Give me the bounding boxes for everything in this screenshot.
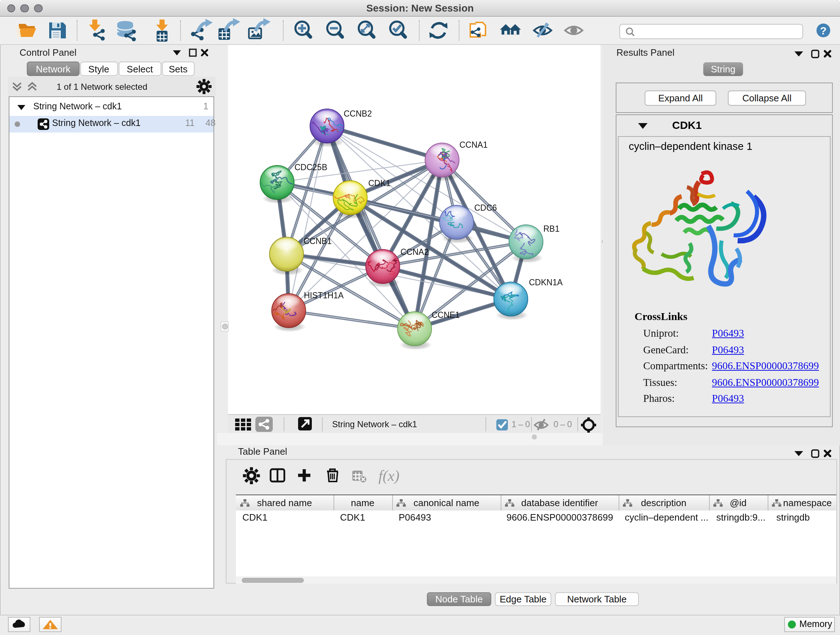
svg-text:f(x): f(x) <box>378 467 399 485</box>
svg-text:CCNA1: CCNA1 <box>459 140 488 149</box>
svg-text:HIST1H1A: HIST1H1A <box>304 291 344 300</box>
svg-text:CDK1: CDK1 <box>368 179 390 188</box>
svg-text:CDC25B: CDC25B <box>294 163 327 172</box>
svg-text:CDKN1A: CDKN1A <box>529 278 563 287</box>
svg-text:CCNE1: CCNE1 <box>431 310 460 320</box>
svg-text:CCNB2: CCNB2 <box>344 109 372 119</box>
svg-text:?: ? <box>820 25 827 36</box>
svg-text:CCNB1: CCNB1 <box>303 236 332 246</box>
svg-text:CCNA2: CCNA2 <box>401 247 429 257</box>
svg-text:RB1: RB1 <box>543 224 560 233</box>
svg-text:CDC6: CDC6 <box>474 203 497 212</box>
